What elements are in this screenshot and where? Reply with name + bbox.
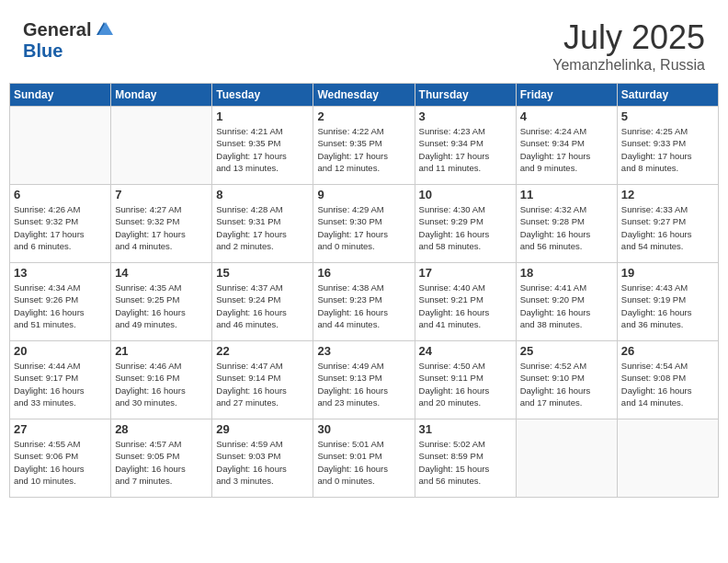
logo: General Blue [23,18,115,62]
table-row: 7Sunrise: 4:27 AMSunset: 9:32 PMDaylight… [111,185,212,263]
table-row: 14Sunrise: 4:35 AMSunset: 9:25 PMDayligh… [111,263,212,341]
day-info: Sunrise: 4:26 AMSunset: 9:32 PMDaylight:… [14,203,107,252]
location-title: Yemanzhelinka, Russia [552,57,705,74]
table-row: 5Sunrise: 4:25 AMSunset: 9:33 PMDaylight… [617,107,718,185]
day-number: 1 [216,109,309,123]
day-info: Sunrise: 4:54 AMSunset: 9:08 PMDaylight:… [621,360,714,408]
day-info: Sunrise: 4:41 AMSunset: 9:20 PMDaylight:… [520,282,613,330]
day-number: 24 [419,344,512,358]
table-row: 20Sunrise: 4:44 AMSunset: 9:17 PMDayligh… [10,341,111,419]
table-row: 17Sunrise: 4:40 AMSunset: 9:21 PMDayligh… [415,263,516,341]
day-info: Sunrise: 4:25 AMSunset: 9:33 PMDaylight:… [621,125,714,174]
table-row: 3Sunrise: 4:23 AMSunset: 9:34 PMDaylight… [415,107,516,185]
day-info: Sunrise: 5:02 AMSunset: 8:59 PMDaylight:… [419,438,512,487]
table-row: 28Sunrise: 4:57 AMSunset: 9:05 PMDayligh… [111,419,212,498]
logo-general-text: General [23,19,91,40]
calendar-week-row: 6Sunrise: 4:26 AMSunset: 9:32 PMDaylight… [10,185,719,263]
table-row: 23Sunrise: 4:49 AMSunset: 9:13 PMDayligh… [313,341,415,419]
day-info: Sunrise: 4:43 AMSunset: 9:19 PMDaylight:… [621,282,714,330]
day-number: 25 [520,344,613,358]
table-row: 10Sunrise: 4:30 AMSunset: 9:29 PMDayligh… [415,185,516,263]
day-info: Sunrise: 4:35 AMSunset: 9:25 PMDaylight:… [115,282,208,330]
logo-icon [93,18,115,40]
table-row: 6Sunrise: 4:26 AMSunset: 9:32 PMDaylight… [10,185,111,263]
table-row: 18Sunrise: 4:41 AMSunset: 9:20 PMDayligh… [516,263,617,341]
col-tuesday: Tuesday [212,84,313,107]
day-info: Sunrise: 4:40 AMSunset: 9:21 PMDaylight:… [419,282,512,330]
day-info: Sunrise: 4:24 AMSunset: 9:34 PMDaylight:… [520,125,613,174]
day-number: 26 [621,344,714,358]
day-number: 28 [115,422,208,436]
day-info: Sunrise: 4:55 AMSunset: 9:06 PMDaylight:… [14,438,107,487]
table-row: 9Sunrise: 4:29 AMSunset: 9:30 PMDaylight… [313,185,415,263]
col-thursday: Thursday [415,84,516,107]
day-number: 27 [14,422,107,436]
day-info: Sunrise: 4:52 AMSunset: 9:10 PMDaylight:… [520,360,613,408]
calendar-header-row: Sunday Monday Tuesday Wednesday Thursday… [10,84,719,107]
day-number: 23 [317,344,410,358]
day-number: 10 [419,188,512,201]
day-number: 20 [14,344,107,358]
col-friday: Friday [516,84,617,107]
day-info: Sunrise: 4:29 AMSunset: 9:30 PMDaylight:… [317,203,410,252]
calendar-week-row: 20Sunrise: 4:44 AMSunset: 9:17 PMDayligh… [10,341,719,419]
day-info: Sunrise: 4:46 AMSunset: 9:16 PMDaylight:… [115,360,208,408]
table-row: 24Sunrise: 4:50 AMSunset: 9:11 PMDayligh… [415,341,516,419]
table-row: 26Sunrise: 4:54 AMSunset: 9:08 PMDayligh… [617,341,718,419]
day-info: Sunrise: 4:37 AMSunset: 9:24 PMDaylight:… [216,282,309,330]
table-row: 27Sunrise: 4:55 AMSunset: 9:06 PMDayligh… [10,419,111,498]
table-row: 11Sunrise: 4:32 AMSunset: 9:28 PMDayligh… [516,185,617,263]
col-monday: Monday [111,84,212,107]
table-row [617,419,718,498]
table-row: 29Sunrise: 4:59 AMSunset: 9:03 PMDayligh… [212,419,313,498]
day-number: 22 [216,344,309,358]
table-row: 12Sunrise: 4:33 AMSunset: 9:27 PMDayligh… [617,185,718,263]
day-info: Sunrise: 4:34 AMSunset: 9:26 PMDaylight:… [14,282,107,330]
table-row [516,419,617,498]
day-number: 9 [317,188,410,201]
day-info: Sunrise: 4:21 AMSunset: 9:35 PMDaylight:… [216,125,309,174]
day-info: Sunrise: 4:57 AMSunset: 9:05 PMDaylight:… [115,438,208,487]
table-row: 19Sunrise: 4:43 AMSunset: 9:19 PMDayligh… [617,263,718,341]
header: General Blue July 2025 Yemanzhelinka, Ru… [9,9,719,78]
table-row: 31Sunrise: 5:02 AMSunset: 8:59 PMDayligh… [415,419,516,498]
table-row [10,107,111,185]
day-number: 31 [419,422,512,436]
day-number: 14 [115,266,208,280]
table-row: 15Sunrise: 4:37 AMSunset: 9:24 PMDayligh… [212,263,313,341]
day-info: Sunrise: 4:50 AMSunset: 9:11 PMDaylight:… [419,360,512,408]
day-info: Sunrise: 4:38 AMSunset: 9:23 PMDaylight:… [317,282,410,330]
day-number: 16 [317,266,410,280]
day-number: 30 [317,422,410,436]
table-row: 21Sunrise: 4:46 AMSunset: 9:16 PMDayligh… [111,341,212,419]
day-number: 29 [216,422,309,436]
calendar-week-row: 13Sunrise: 4:34 AMSunset: 9:26 PMDayligh… [10,263,719,341]
day-info: Sunrise: 4:27 AMSunset: 9:32 PMDaylight:… [115,203,208,252]
table-row: 16Sunrise: 4:38 AMSunset: 9:23 PMDayligh… [313,263,415,341]
day-number: 4 [520,109,613,123]
title-section: July 2025 Yemanzhelinka, Russia [552,18,705,74]
day-number: 12 [621,188,714,201]
day-number: 8 [216,188,309,201]
day-info: Sunrise: 4:28 AMSunset: 9:31 PMDaylight:… [216,203,309,252]
logo-blue-text: Blue [23,40,63,62]
table-row: 13Sunrise: 4:34 AMSunset: 9:26 PMDayligh… [10,263,111,341]
day-info: Sunrise: 4:47 AMSunset: 9:14 PMDaylight:… [216,360,309,408]
day-number: 19 [621,266,714,280]
table-row: 25Sunrise: 4:52 AMSunset: 9:10 PMDayligh… [516,341,617,419]
day-number: 15 [216,266,309,280]
day-info: Sunrise: 4:22 AMSunset: 9:35 PMDaylight:… [317,125,410,174]
table-row [111,107,212,185]
table-row: 8Sunrise: 4:28 AMSunset: 9:31 PMDaylight… [212,185,313,263]
calendar-table: Sunday Monday Tuesday Wednesday Thursday… [9,83,719,498]
day-number: 6 [14,188,107,201]
table-row: 4Sunrise: 4:24 AMSunset: 9:34 PMDaylight… [516,107,617,185]
day-number: 3 [419,109,512,123]
day-number: 18 [520,266,613,280]
day-info: Sunrise: 4:23 AMSunset: 9:34 PMDaylight:… [419,125,512,174]
day-number: 7 [115,188,208,201]
day-info: Sunrise: 4:44 AMSunset: 9:17 PMDaylight:… [14,360,107,408]
day-number: 5 [621,109,714,123]
day-number: 17 [419,266,512,280]
day-number: 21 [115,344,208,358]
